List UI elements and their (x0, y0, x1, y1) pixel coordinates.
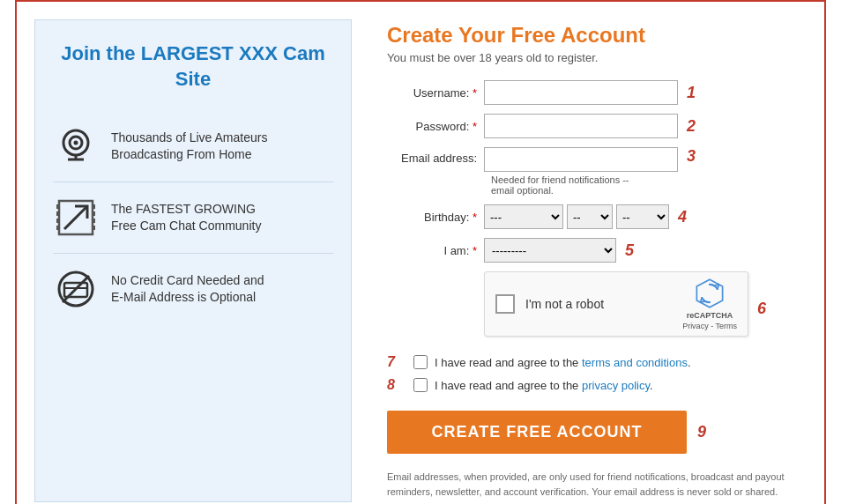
captcha-box: I'm not a robot reCAPTCHA Privacy - (484, 271, 748, 337)
agree1-checkbox[interactable] (413, 355, 428, 369)
captcha-checkbox[interactable] (495, 294, 515, 314)
feature-webcam: Thousands of Live Amateurs Broadcasting … (53, 111, 333, 182)
step-5: 5 (625, 241, 634, 260)
submit-row: CREATE FREE ACCOUNT 9 (387, 411, 798, 454)
agree2-text: I have read and agree to the privacy pol… (435, 379, 653, 392)
footer-note: Email addresses, when provided, are only… (387, 470, 798, 499)
captcha-right: reCAPTCHA Privacy - Terms (682, 278, 737, 330)
left-panel-heading: Join the LARGEST XXX Cam Site (53, 41, 333, 92)
captcha-links: Privacy - Terms (682, 322, 737, 330)
step-3: 3 (687, 147, 696, 166)
email-label: Email address: (387, 147, 484, 165)
svg-point-2 (74, 141, 78, 145)
feature-growth: The FASTEST GROWING Free Cam Chat Commun… (53, 182, 333, 253)
svg-rect-8 (56, 219, 59, 223)
svg-line-14 (64, 206, 87, 229)
svg-rect-9 (56, 226, 59, 230)
form-subtitle: You must be over 18 years old to registe… (387, 51, 798, 64)
page-container: Join the LARGEST XXX Cam Site Thousands … (15, 0, 826, 504)
captcha-label: I'm not a robot (525, 297, 604, 311)
captcha-row: I'm not a robot reCAPTCHA Privacy - (387, 271, 798, 345)
create-account-button[interactable]: CREATE FREE ACCOUNT (387, 411, 687, 454)
step-6: 6 (757, 300, 766, 318)
feature-webcam-text: Thousands of Live Amateurs Broadcasting … (111, 130, 267, 164)
birthday-month-select[interactable]: --- JanuaryFebruaryMarch AprilMayJune Ju… (484, 204, 563, 229)
iam-label: I am: * (387, 244, 484, 257)
email-hint: Needed for friend notifications -- email… (491, 174, 632, 196)
email-input[interactable] (484, 147, 678, 172)
password-label: Password: * (387, 120, 484, 133)
step-8: 8 (387, 377, 403, 393)
birthday-selects: --- JanuaryFebruaryMarch AprilMayJune Ju… (484, 204, 669, 229)
password-input[interactable] (484, 114, 678, 138)
birthday-year-select[interactable]: -- (616, 204, 669, 229)
username-label: Username: * (387, 86, 484, 100)
iam-row: I am: * --------- Male Female Couple Tra… (387, 238, 798, 263)
svg-rect-13 (93, 226, 95, 230)
step-4: 4 (678, 208, 687, 226)
agree1-row: 7 I have read and agree to the terms and… (387, 354, 798, 370)
step-9: 9 (697, 423, 706, 441)
captcha-left: I'm not a robot (495, 294, 604, 314)
birthday-day-select[interactable]: -- (567, 204, 613, 229)
svg-rect-11 (93, 211, 95, 216)
svg-rect-12 (93, 219, 95, 223)
feature-nocc: No Credit Card Needed and E-Mail Address… (53, 253, 333, 324)
step-7: 7 (387, 354, 403, 370)
username-row: Username: * 1 (387, 80, 798, 105)
form-title: Create Your Free Account (387, 23, 798, 48)
feature-growth-text: The FASTEST GROWING Free Cam Chat Commun… (111, 201, 261, 235)
left-panel: Join the LARGEST XXX Cam Site Thousands … (34, 19, 352, 502)
feature-nocc-text: No Credit Card Needed and E-Mail Address… (111, 272, 264, 307)
birthday-row: Birthday: * --- JanuaryFebruaryMarch Apr… (387, 204, 798, 229)
svg-rect-6 (56, 204, 59, 209)
birthday-label: Birthday: * (387, 211, 484, 224)
agree1-text: I have read and agree to the terms and c… (435, 356, 691, 369)
terms-link[interactable]: terms and conditions (582, 356, 688, 369)
privacy-link[interactable]: privacy policy (582, 379, 650, 392)
recaptcha-icon (694, 278, 726, 309)
agree2-row: 8 I have read and agree to the privacy p… (387, 377, 798, 393)
svg-rect-10 (93, 204, 95, 209)
iam-select[interactable]: --------- Male Female Couple Transgender (484, 238, 616, 263)
webcam-icon (53, 123, 99, 169)
email-row: Email address: Needed for friend notific… (387, 147, 798, 196)
no-creditcard-icon (53, 266, 99, 312)
captcha-terms-link[interactable]: Terms (716, 322, 738, 330)
captcha-brand-label: reCAPTCHA (687, 311, 733, 320)
username-input[interactable] (484, 80, 678, 105)
step-2: 2 (687, 117, 696, 136)
step-1: 1 (687, 84, 696, 102)
arrow-growth-icon (53, 195, 99, 241)
agree2-checkbox[interactable] (413, 378, 428, 392)
password-row: Password: * 2 (387, 114, 798, 138)
right-panel: Create Your Free Account You must be ove… (378, 19, 807, 502)
svg-rect-7 (56, 211, 59, 216)
captcha-privacy-link[interactable]: Privacy (682, 322, 709, 330)
